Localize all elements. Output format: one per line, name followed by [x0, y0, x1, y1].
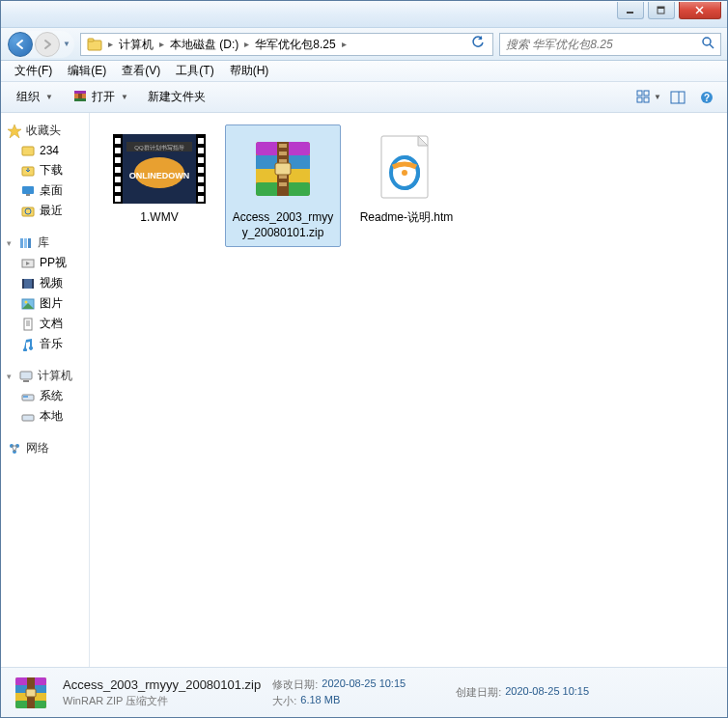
svg-rect-57: [115, 138, 121, 144]
svg-rect-62: [115, 186, 121, 192]
dropdown-icon: ▼: [45, 93, 53, 101]
titlebar: [1, 1, 727, 28]
libraries-label: 库: [38, 235, 49, 251]
computer-header[interactable]: ▾ 计算机: [1, 366, 89, 386]
navbar: ▼ ▸ 计算机 ▸ 本地磁盘 (D:) ▸ 华军优化包8.25 ▸: [1, 28, 727, 61]
svg-rect-24: [22, 186, 34, 194]
menu-tools[interactable]: 工具(T): [168, 63, 221, 79]
maximize-button[interactable]: [648, 2, 675, 19]
close-button[interactable]: [679, 2, 721, 19]
search-icon[interactable]: [701, 36, 714, 52]
svg-rect-35: [32, 279, 34, 289]
refresh-button[interactable]: [465, 36, 490, 52]
sidebar-item-label: 图片: [40, 295, 63, 312]
svg-rect-87: [275, 163, 291, 175]
file-name: Access_2003_rmyyy_20080101.zip: [232, 210, 334, 240]
network-header[interactable]: 网络: [1, 438, 89, 458]
sidebar-item-label: 本地: [40, 408, 63, 425]
breadcrumb-segment[interactable]: 本地磁盘 (D:): [166, 34, 242, 55]
history-dropdown[interactable]: ▼: [60, 40, 73, 48]
menu-help[interactable]: 帮助(H): [222, 63, 277, 79]
open-button[interactable]: 打开 ▼: [65, 85, 136, 109]
svg-rect-81: [279, 144, 287, 148]
dropdown-icon: ▼: [654, 93, 661, 101]
svg-rect-58: [115, 148, 121, 153]
organize-button[interactable]: 组织 ▼: [9, 86, 61, 108]
sidebar-item[interactable]: 234: [1, 141, 89, 160]
drive-icon: [20, 389, 36, 404]
menu-edit[interactable]: 编辑(E): [60, 63, 114, 79]
video-thumbnail: ONLINEDOWN QQ群计划书写指导: [113, 131, 206, 207]
details-meta-1: 修改日期:2020-08-25 10:15 大小:6.18 MB: [272, 677, 406, 708]
sidebar-item[interactable]: 下载: [1, 160, 89, 180]
sidebar-libraries: ▾ 库 PP视 视频 图片 文档 音乐: [1, 233, 89, 354]
favorites-header[interactable]: 收藏头: [1, 121, 89, 141]
details-archive-icon: [11, 673, 51, 713]
library-icon: [18, 235, 34, 251]
folder-icon: [20, 143, 36, 158]
picture-icon: [20, 296, 36, 312]
svg-marker-21: [8, 124, 21, 138]
star-icon: [7, 124, 22, 139]
explorer-window: ▼ ▸ 计算机 ▸ 本地磁盘 (D:) ▸ 华军优化包8.25 ▸ 文件(F): [0, 0, 728, 718]
svg-rect-43: [20, 372, 32, 379]
sidebar-favorites: 收藏头 234 下载 桌面 最近: [1, 121, 89, 221]
sidebar-item[interactable]: 图片: [1, 293, 89, 314]
address-bar[interactable]: ▸ 计算机 ▸ 本地磁盘 (D:) ▸ 华军优化包8.25 ▸: [80, 33, 493, 56]
download-icon: [20, 163, 36, 179]
svg-rect-11: [74, 91, 86, 94]
video-icon: [20, 276, 36, 291]
svg-rect-70: [198, 196, 204, 202]
minimize-button[interactable]: [617, 2, 644, 19]
sidebar-item-label: PP视: [40, 255, 67, 271]
breadcrumb-arrow-icon[interactable]: ▸: [106, 39, 115, 49]
view-mode-button[interactable]: ▼: [636, 86, 661, 109]
meta-modified-label: 修改日期:: [272, 677, 318, 692]
svg-rect-67: [198, 167, 204, 173]
meta-size-label: 大小:: [272, 694, 296, 708]
svg-rect-69: [198, 186, 204, 192]
preview-pane-button[interactable]: [665, 86, 690, 109]
svg-point-7: [703, 38, 711, 45]
sidebar-item[interactable]: 本地: [1, 406, 89, 427]
file-list[interactable]: ONLINEDOWN QQ群计划书写指导 1.WMV: [90, 113, 727, 667]
sidebar-computer: ▾ 计算机 系统 本地: [1, 366, 89, 427]
search-input[interactable]: [506, 38, 701, 51]
recent-icon: [20, 204, 36, 219]
svg-rect-30: [28, 238, 31, 248]
file-item-zip[interactable]: Access_2003_rmyyy_20080101.zip: [225, 124, 341, 247]
help-button[interactable]: ?: [694, 86, 719, 109]
breadcrumb-arrow-icon[interactable]: ▸: [340, 39, 349, 49]
breadcrumb-segment[interactable]: 华军优化包8.25: [251, 34, 339, 55]
music-icon: [20, 337, 36, 352]
breadcrumb-segment[interactable]: 计算机: [115, 34, 157, 55]
svg-rect-28: [20, 238, 23, 248]
sidebar-item[interactable]: PP视: [1, 253, 89, 273]
svg-rect-39: [24, 318, 32, 330]
sidebar-item[interactable]: 文档: [1, 314, 89, 334]
forward-button[interactable]: [35, 32, 60, 57]
details-filetype: WinRAR ZIP 压缩文件: [63, 694, 261, 708]
sidebar-item[interactable]: 音乐: [1, 334, 89, 354]
file-item-wmv[interactable]: ONLINEDOWN QQ群计划书写指导 1.WMV: [101, 124, 217, 247]
folder-icon: [87, 37, 102, 52]
search-box[interactable]: [499, 33, 721, 56]
menu-view[interactable]: 查看(V): [114, 63, 168, 79]
menu-file[interactable]: 文件(F): [7, 63, 60, 79]
breadcrumb-arrow-icon[interactable]: ▸: [242, 39, 251, 49]
svg-rect-29: [24, 238, 27, 248]
breadcrumb-arrow-icon[interactable]: ▸: [157, 39, 166, 49]
sidebar-item[interactable]: 最近: [1, 201, 89, 221]
svg-text:ONLINEDOWN: ONLINEDOWN: [129, 171, 190, 180]
new-folder-button[interactable]: 新建文件夹: [140, 86, 213, 108]
svg-rect-68: [198, 177, 204, 182]
libraries-header[interactable]: ▾ 库: [1, 233, 89, 253]
file-item-htm[interactable]: Readme-说明.htm: [349, 124, 464, 247]
svg-rect-13: [637, 91, 642, 96]
sidebar-item[interactable]: 视频: [1, 273, 89, 293]
sidebar-item[interactable]: 系统: [1, 386, 89, 406]
meta-created-value: 2020-08-25 10:15: [505, 685, 589, 700]
svg-rect-17: [671, 92, 685, 103]
back-button[interactable]: [8, 32, 33, 57]
sidebar-item[interactable]: 桌面: [1, 180, 89, 201]
